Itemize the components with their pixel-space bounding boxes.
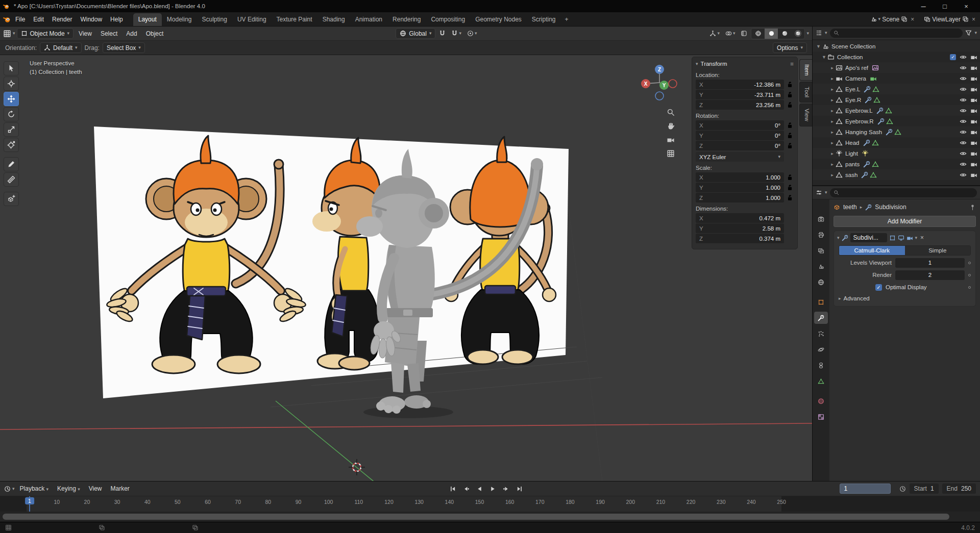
wrench-icon[interactable] xyxy=(863,161,870,168)
play-reverse-button[interactable] xyxy=(473,484,486,494)
outliner-search-input[interactable] xyxy=(830,29,963,38)
lock-icon[interactable] xyxy=(786,81,794,88)
scene-icon[interactable] xyxy=(870,16,877,22)
workspace-tab-geometry-nodes[interactable]: Geometry Nodes xyxy=(470,13,527,26)
next-keyframe-button[interactable] xyxy=(500,484,512,494)
shading-settings-chevron[interactable]: ▾ xyxy=(806,31,809,36)
outliner-editor-icon[interactable] xyxy=(816,30,822,36)
lock-icon[interactable] xyxy=(786,194,794,201)
current-frame-field[interactable]: 1 xyxy=(840,484,891,494)
workspace-tab-layout[interactable]: Layout xyxy=(133,13,162,26)
scrollbar-handle[interactable] xyxy=(3,514,949,520)
disclosure-triangle-icon[interactable]: ▸ xyxy=(829,97,836,103)
realtime-toggle-icon[interactable] xyxy=(898,235,904,241)
transform-panel-title[interactable]: Transform xyxy=(701,61,727,67)
wrench-icon[interactable] xyxy=(864,86,871,93)
editor-type-icon[interactable] xyxy=(3,30,11,38)
jump-to-start-button[interactable] xyxy=(447,484,459,494)
disclosure-triangle-icon[interactable]: ▼ xyxy=(815,44,822,49)
disable-render-camera-icon[interactable] xyxy=(970,54,977,61)
add-modifier-button[interactable]: Add Modifier xyxy=(834,216,976,227)
wrench-icon[interactable] xyxy=(865,96,872,104)
menu-marker[interactable]: Marker xyxy=(107,484,133,494)
wrench-icon[interactable] xyxy=(877,118,885,125)
tab-world[interactable] xyxy=(814,276,828,288)
blender-menu-icon[interactable] xyxy=(3,15,11,23)
menu-edit[interactable]: Edit xyxy=(29,14,48,24)
outliner-item[interactable]: ▸ Apo's ref xyxy=(813,62,980,73)
disclosure-triangle-icon[interactable]: ▸ xyxy=(829,172,836,177)
disable-render-camera-icon[interactable] xyxy=(970,129,977,136)
disable-render-camera-icon[interactable] xyxy=(970,118,977,125)
outliner-item-name[interactable]: Eye.R xyxy=(845,97,861,103)
outliner-item-name[interactable]: pants xyxy=(845,161,860,167)
lock-icon[interactable] xyxy=(786,101,794,109)
disable-render-camera-icon[interactable] xyxy=(970,161,977,168)
use-preview-range-icon[interactable] xyxy=(899,486,906,492)
drag-dropdown[interactable]: Select Box▾ xyxy=(103,42,145,53)
menu-file[interactable]: File xyxy=(11,14,29,24)
wrench-icon[interactable] xyxy=(861,171,868,179)
shading-rendered-button[interactable] xyxy=(791,29,804,39)
lightdata-icon[interactable] xyxy=(862,150,869,157)
pin-icon[interactable] xyxy=(969,204,976,211)
rotate-tool[interactable] xyxy=(4,107,19,121)
disclosure-triangle-icon[interactable]: ▸ xyxy=(829,140,836,145)
chevron-down-icon[interactable]: ▾ xyxy=(974,31,977,35)
menu-object[interactable]: Object xyxy=(142,29,167,39)
location-y-field[interactable]: Y-23.711 m xyxy=(696,90,784,99)
measure-tool[interactable] xyxy=(4,172,19,187)
edit-mode-toggle-icon[interactable] xyxy=(889,235,896,241)
hide-viewport-eye-icon[interactable] xyxy=(960,171,967,179)
disclosure-triangle-icon[interactable]: ▸ xyxy=(829,151,836,156)
menu-keying[interactable]: Keying ▾ xyxy=(54,484,84,494)
zoom-icon[interactable] xyxy=(667,108,675,116)
meshdata-icon[interactable] xyxy=(870,171,877,179)
outliner-item[interactable]: ▸ Light xyxy=(813,148,980,159)
scale-x-field[interactable]: X1.000 xyxy=(696,172,784,182)
proportional-edit-toggle[interactable]: ▾ xyxy=(465,28,479,39)
breadcrumb-object[interactable]: teeth xyxy=(843,204,857,211)
disable-render-camera-icon[interactable] xyxy=(970,107,977,114)
navigation-gizmo[interactable]: Z X Y xyxy=(639,62,680,103)
properties-search-input[interactable] xyxy=(830,188,977,197)
wrench-icon[interactable] xyxy=(876,107,884,114)
workspace-tab-uv-editing[interactable]: UV Editing xyxy=(232,13,272,26)
menu-view-timeline[interactable]: View xyxy=(85,484,106,494)
disclosure-triangle-icon[interactable]: ▼ xyxy=(821,55,827,60)
minimize-button[interactable]: ─ xyxy=(913,0,934,12)
lock-icon[interactable] xyxy=(786,173,794,181)
move-tool[interactable] xyxy=(4,92,19,106)
hide-viewport-eye-icon[interactable] xyxy=(960,129,967,136)
breadcrumb-modifier[interactable]: Subdivision xyxy=(875,204,906,211)
sidebar-tab-view[interactable]: View xyxy=(799,104,812,126)
meshdata-icon[interactable] xyxy=(872,139,879,146)
outliner-item[interactable]: ▸ pants xyxy=(813,159,980,169)
menu-select[interactable]: Select xyxy=(97,29,121,39)
hide-viewport-eye-icon[interactable] xyxy=(960,150,967,157)
overlays-dropdown[interactable]: ▾ xyxy=(723,28,738,39)
select-box-tool[interactable] xyxy=(4,61,19,75)
menu-render[interactable]: Render xyxy=(48,14,76,24)
view-layer-name[interactable]: ViewLayer xyxy=(932,16,961,23)
meshdata-icon[interactable] xyxy=(885,107,892,114)
outliner-item-name[interactable]: Hanging Sash xyxy=(845,129,882,135)
hide-viewport-eye-icon[interactable] xyxy=(960,118,967,125)
workspace-tab-rendering[interactable]: Rendering xyxy=(387,13,426,26)
scale-tool[interactable] xyxy=(4,122,19,137)
hide-viewport-eye-icon[interactable] xyxy=(960,161,967,168)
transform-orientation-dropdown[interactable]: Global▾ xyxy=(396,28,435,39)
catmull-clark-button[interactable]: Catmull-Clark xyxy=(839,246,905,255)
workspace-tab-shading[interactable]: Shading xyxy=(317,13,350,26)
frame-end-field[interactable]: End250 xyxy=(942,484,976,494)
disable-render-camera-icon[interactable] xyxy=(970,150,977,157)
view-layer-icon[interactable] xyxy=(924,16,930,22)
orientation-dropdown[interactable]: Default▾ xyxy=(40,42,82,53)
tab-particles[interactable] xyxy=(814,327,828,340)
animate-dot-icon[interactable] xyxy=(968,274,971,276)
outliner-item-name[interactable]: Eyebrow.R xyxy=(845,118,874,124)
snap-settings-dropdown[interactable]: ▾ xyxy=(449,28,463,39)
lock-icon[interactable] xyxy=(786,132,794,139)
meshdata-icon[interactable] xyxy=(894,129,901,136)
outliner-item-name[interactable]: Head xyxy=(845,140,860,146)
